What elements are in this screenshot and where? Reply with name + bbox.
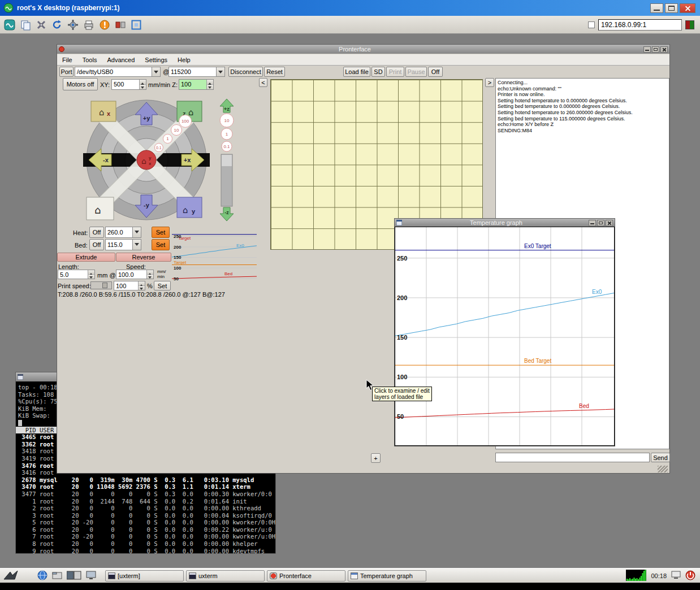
print-speed-label: Print speed: <box>58 283 91 289</box>
vnc-address-input[interactable] <box>598 19 682 31</box>
chevron-down-icon[interactable] <box>132 227 141 237</box>
maximize-button[interactable] <box>652 46 659 53</box>
connection-info-icon[interactable] <box>98 19 111 31</box>
chevron-down-icon[interactable] <box>152 67 160 76</box>
vnc-window-title: root's X desktop (raspberrypi:1) <box>17 4 650 12</box>
bed-temp-select[interactable]: 115.0 <box>105 239 141 250</box>
minimize-button[interactable] <box>589 220 596 226</box>
increment-icon[interactable] <box>140 80 146 85</box>
settings-icon[interactable] <box>67 19 79 31</box>
close-button[interactable] <box>660 46 668 53</box>
load-file-button[interactable]: Load file <box>343 67 370 77</box>
heater-set-button[interactable]: Set <box>152 227 170 238</box>
z-jog-strip[interactable]: +z1010.1-z <box>219 98 235 222</box>
add-layer-button[interactable]: + <box>371 453 381 463</box>
print-speed-stepper[interactable]: 100 <box>114 281 145 290</box>
bed-set-button[interactable]: Set <box>152 239 170 250</box>
svg-text:+z: +z <box>224 106 230 112</box>
chevron-down-icon[interactable] <box>216 67 224 76</box>
z-feed-label: mm/min Z: <box>148 81 178 88</box>
xy-feed-stepper[interactable]: 500 <box>111 79 146 90</box>
viewer-next-button[interactable]: > <box>485 78 494 87</box>
extrude-speed-stepper[interactable]: 100.0 <box>116 270 154 279</box>
printer-icon[interactable] <box>83 19 95 31</box>
connection-options-icon[interactable] <box>35 19 47 31</box>
port-select[interactable]: /dev/ttyUSB0 <box>75 67 161 77</box>
temperature-graph-titlebar[interactable]: Temperature graph <box>395 219 615 227</box>
fullscreen-icon[interactable] <box>130 19 142 31</box>
z-feed-stepper[interactable]: 100 <box>179 79 214 90</box>
svg-text:Bed: Bed <box>224 271 232 276</box>
svg-text:-y: -y <box>144 202 150 209</box>
send-button[interactable]: Send <box>651 453 670 462</box>
chevron-down-icon[interactable] <box>132 240 141 250</box>
increment-icon[interactable] <box>139 281 145 286</box>
menu-help[interactable]: Help <box>172 54 196 65</box>
extrude-length-stepper[interactable]: 5.0 <box>58 270 95 279</box>
menu-advanced[interactable]: Advanced <box>102 54 140 65</box>
close-button[interactable] <box>680 3 695 13</box>
taskbar-item-uxterm[interactable]: uxterm <box>186 570 265 582</box>
decrement-icon[interactable] <box>147 275 153 279</box>
cpu-monitor-icon[interactable] <box>626 570 646 582</box>
bed-label: Bed: <box>75 242 88 249</box>
heater-temp-select[interactable]: 260.0 <box>105 227 141 238</box>
decrement-icon[interactable] <box>139 286 145 290</box>
jog-pad[interactable]: +y+x-y-x⌂xz⌂⌂⌂y⌂yx1001010.1 <box>83 97 210 223</box>
svg-text:50: 50 <box>397 413 404 420</box>
sd-button[interactable]: SD <box>371 67 385 77</box>
baud-select[interactable]: 115200 <box>168 67 225 77</box>
port-button[interactable]: Port <box>59 67 74 77</box>
svg-text:⌂: ⌂ <box>183 205 188 215</box>
xy-feed-label: XY: <box>100 81 110 88</box>
off-button[interactable]: Off <box>428 67 443 77</box>
desktop-pager-icon[interactable] <box>67 571 81 581</box>
increment-icon[interactable] <box>207 80 213 85</box>
minimize-button[interactable] <box>650 3 663 13</box>
decrement-icon[interactable] <box>88 275 94 279</box>
menu-file[interactable]: File <box>57 54 77 65</box>
taskbar-item-temperature-graph[interactable]: Temperature graph <box>348 570 426 582</box>
pronterface-titlebar[interactable]: Pronterface <box>57 45 669 54</box>
svg-text:1: 1 <box>166 136 169 141</box>
viewer-prev-button[interactable]: < <box>259 78 267 87</box>
web-browser-icon[interactable] <box>37 570 47 582</box>
close-button[interactable] <box>606 220 613 226</box>
reset-button[interactable]: Reset <box>264 67 285 77</box>
disconnect-button[interactable]: Disconnect <box>228 67 263 77</box>
motors-off-button[interactable]: Motors off <box>63 78 98 90</box>
minimize-button[interactable] <box>643 46 651 53</box>
logout-power-icon[interactable] <box>685 570 695 582</box>
extrude-button[interactable]: Extrude <box>57 253 115 262</box>
disconnect-icon[interactable] <box>114 19 127 31</box>
terminal-line: 2 root 20 0 0 0 0 S 0.0 0.0 0:00.00 kthr… <box>18 505 275 512</box>
maximize-button[interactable] <box>597 220 604 226</box>
slider-handle[interactable] <box>102 283 107 288</box>
print-speed-set-button[interactable]: Set <box>154 281 171 290</box>
increment-icon[interactable] <box>88 270 94 275</box>
show-desktop-icon[interactable] <box>86 571 96 581</box>
gcode-input[interactable] <box>495 453 650 462</box>
reverse-button[interactable]: Reverse <box>116 253 171 262</box>
taskbar-item-uxterm[interactable]: [uxterm] <box>105 570 184 582</box>
resize-grip[interactable] <box>658 466 668 472</box>
menu-tools[interactable]: Tools <box>77 54 102 65</box>
taskbar-item-pronterface[interactable]: Pronterface <box>267 570 345 582</box>
bed-off-button[interactable]: Off <box>89 239 104 250</box>
decrement-icon[interactable] <box>140 85 146 89</box>
new-connection-icon[interactable] <box>19 19 32 31</box>
session-options-icon[interactable] <box>588 21 595 28</box>
svg-text:10: 10 <box>224 118 230 123</box>
screen-lock-icon[interactable] <box>671 571 681 581</box>
vnc-logo-icon[interactable] <box>3 19 16 31</box>
menu-settings[interactable]: Settings <box>140 54 172 65</box>
increment-icon[interactable] <box>147 270 153 275</box>
restore-button[interactable] <box>665 3 678 13</box>
heater-off-button[interactable]: Off <box>89 227 104 238</box>
refresh-icon[interactable] <box>51 19 63 31</box>
app-menu-icon[interactable] <box>3 570 18 582</box>
print-speed-slider[interactable] <box>90 281 112 289</box>
decrement-icon[interactable] <box>207 85 213 89</box>
file-manager-icon[interactable] <box>52 570 62 582</box>
extrude-speed-value: 100.0 <box>116 270 146 279</box>
